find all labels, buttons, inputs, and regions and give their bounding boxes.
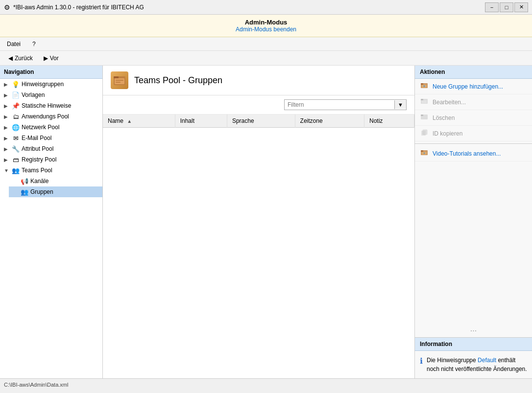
content-page-icon xyxy=(111,71,128,89)
hinweisgruppen-icon: 💡 xyxy=(12,80,20,88)
sort-arrow-name: ▲ xyxy=(127,118,132,124)
col-sprache[interactable]: Sprache xyxy=(227,115,295,128)
app-icon: ⚙ xyxy=(4,3,10,11)
actions-spacer xyxy=(415,162,532,324)
statusbar-path: C:\IBI-aws\Admin\Data.xml xyxy=(4,382,68,388)
menubar: Datei ? xyxy=(0,37,532,51)
sidebar-item-anwendungs[interactable]: ▶ 🗂 Anwendungs Pool xyxy=(0,111,102,122)
video-tutorials-label[interactable]: Video-Tutorials ansehen... xyxy=(433,150,501,157)
sidebar-item-email[interactable]: ▶ ✉ E-Mail Pool xyxy=(0,133,102,143)
titlebar-controls: − □ ✕ xyxy=(485,2,528,12)
sidebar-label-anwendungs: Anwendungs Pool xyxy=(22,113,69,120)
minimize-button[interactable]: − xyxy=(485,2,499,12)
action-bearbeiten: Bearbeiten... xyxy=(415,94,532,110)
sidebar-item-vorlagen[interactable]: ▶ 📄 Vorlagen xyxy=(0,90,102,100)
anwendungs-icon: 🗂 xyxy=(12,113,20,120)
info-content: ℹ Die Hinweisgruppe Default enthält noch… xyxy=(415,351,532,378)
forward-arrow-icon: ▶ xyxy=(44,55,48,62)
expand-arrow-vorlagen: ▶ xyxy=(4,92,10,98)
col-name[interactable]: Name ▲ xyxy=(103,115,175,128)
sidebar-label-teams: Teams Pool xyxy=(22,167,52,174)
expand-arrow-anwendungs: ▶ xyxy=(4,114,10,119)
svg-rect-14 xyxy=(421,115,423,116)
menu-datei[interactable]: Datei xyxy=(4,39,24,49)
info-link-default[interactable]: Default xyxy=(478,357,496,364)
action-neue-gruppe[interactable]: Neue Gruppe hinzufügen... xyxy=(415,79,532,94)
svg-rect-2 xyxy=(115,78,124,84)
filter-input[interactable] xyxy=(285,100,394,110)
expand-arrow-registry: ▶ xyxy=(4,157,10,162)
actions-header: Aktionen xyxy=(415,66,532,79)
admin-mode-deactivate-link[interactable]: Admin-Modus beenden xyxy=(236,26,296,33)
sidebar-item-hinweisgruppen[interactable]: ▶ 💡 Hinweisgruppen xyxy=(0,79,102,90)
expand-arrow-attribut: ▶ xyxy=(4,146,10,152)
col-notiz[interactable]: Notiz xyxy=(364,115,414,128)
maximize-button[interactable]: □ xyxy=(500,2,513,12)
kanaele-icon: 📢 xyxy=(21,177,28,185)
teams-icon: 👥 xyxy=(12,166,20,174)
col-sprache-label: Sprache xyxy=(232,117,254,124)
close-button[interactable]: ✕ xyxy=(514,2,528,12)
sidebar-item-statische[interactable]: ▶ 📌 Statische Hinweise xyxy=(0,100,102,111)
bearbeiten-icon xyxy=(420,97,429,107)
expand-arrow-teams: ▼ xyxy=(4,168,10,173)
info-header: Information xyxy=(415,338,532,351)
col-name-label: Name xyxy=(108,117,123,124)
table-wrapper: Name ▲ Inhalt Sprache Zeitzone xyxy=(103,115,414,378)
content-area: Teams Pool - Gruppen ▼ Name ▲ xyxy=(103,66,414,378)
admin-mode-title: Admin-Modus xyxy=(4,19,528,26)
registry-icon: 🗃 xyxy=(12,156,20,163)
svg-rect-3 xyxy=(116,80,123,81)
svg-rect-12 xyxy=(422,100,427,103)
neue-gruppe-icon xyxy=(420,82,429,91)
page-title: Teams Pool - Gruppen xyxy=(134,75,222,86)
vorlagen-icon: 📄 xyxy=(12,91,20,99)
sidebar: Navigation ▶ 💡 Hinweisgruppen ▶ 📄 Vorlag… xyxy=(0,66,103,378)
col-inhalt-label: Inhalt xyxy=(180,117,194,124)
loeschen-icon xyxy=(420,113,429,122)
back-arrow-icon: ◀ xyxy=(8,55,13,62)
filter-input-wrapper: ▼ xyxy=(284,99,407,110)
menu-help[interactable]: ? xyxy=(29,39,39,49)
sidebar-item-attribut[interactable]: ▶ 🔧 Attribut Pool xyxy=(0,143,102,154)
info-text: Die Hinweisgruppe Default enthält noch n… xyxy=(427,356,527,373)
col-zeitzone[interactable]: Zeitzone xyxy=(295,115,364,128)
sidebar-item-kanaele[interactable]: 📢 Kanäle xyxy=(9,176,102,186)
expand-arrow-statische: ▶ xyxy=(4,103,10,109)
filter-bar: ▼ xyxy=(103,95,414,115)
sidebar-label-email: E-Mail Pool xyxy=(22,135,51,141)
back-label: Zurück xyxy=(15,55,33,62)
sidebar-item-netzwerk[interactable]: ▶ 🌐 Netzwerk Pool xyxy=(0,122,102,133)
action-video-tutorials[interactable]: Video-Tutorials ansehen... xyxy=(415,146,532,162)
expand-arrow-email: ▶ xyxy=(4,136,10,141)
sidebar-label-gruppen: Gruppen xyxy=(30,188,53,195)
back-button[interactable]: ◀ Zurück xyxy=(4,53,37,64)
sidebar-item-teams[interactable]: ▼ 👥 Teams Pool xyxy=(0,165,102,176)
action-id-kopieren: ID kopieren xyxy=(415,126,532,141)
actions-separator xyxy=(415,143,532,144)
attribut-icon: 🔧 xyxy=(12,145,20,153)
id-kopieren-icon xyxy=(420,129,429,138)
svg-rect-16 xyxy=(423,130,427,135)
titlebar-title: *IBI-aws Admin 1.30.0 - registriert für … xyxy=(13,4,144,11)
sidebar-label-vorlagen: Vorlagen xyxy=(22,92,45,98)
svg-rect-11 xyxy=(421,99,423,100)
sidebar-item-registry[interactable]: ▶ 🗃 Registry Pool xyxy=(0,154,102,165)
info-section: Information ℹ Die Hinweisgruppe Default … xyxy=(415,337,532,378)
info-text-before: Die Hinweisgruppe xyxy=(427,357,478,364)
info-icon: ℹ xyxy=(420,356,423,366)
video-tutorials-icon xyxy=(420,149,429,158)
admin-banner: Admin-Modus Admin-Modus beenden xyxy=(0,15,532,37)
svg-rect-4 xyxy=(116,82,121,83)
col-inhalt[interactable]: Inhalt xyxy=(175,115,227,128)
filter-dropdown-button[interactable]: ▼ xyxy=(394,100,406,109)
main-layout: Navigation ▶ 💡 Hinweisgruppen ▶ 📄 Vorlag… xyxy=(0,66,532,378)
neue-gruppe-label[interactable]: Neue Gruppe hinzufügen... xyxy=(433,83,503,90)
sidebar-item-gruppen[interactable]: 👥 Gruppen xyxy=(9,186,102,197)
sidebar-label-hinweisgruppen: Hinweisgruppen xyxy=(22,81,64,88)
forward-button[interactable]: ▶ Vor xyxy=(39,53,63,64)
gruppen-icon: 👥 xyxy=(21,188,28,196)
statische-icon: 📌 xyxy=(12,102,20,110)
content-header: Teams Pool - Gruppen xyxy=(103,66,414,95)
action-loeschen: Löschen xyxy=(415,110,532,126)
